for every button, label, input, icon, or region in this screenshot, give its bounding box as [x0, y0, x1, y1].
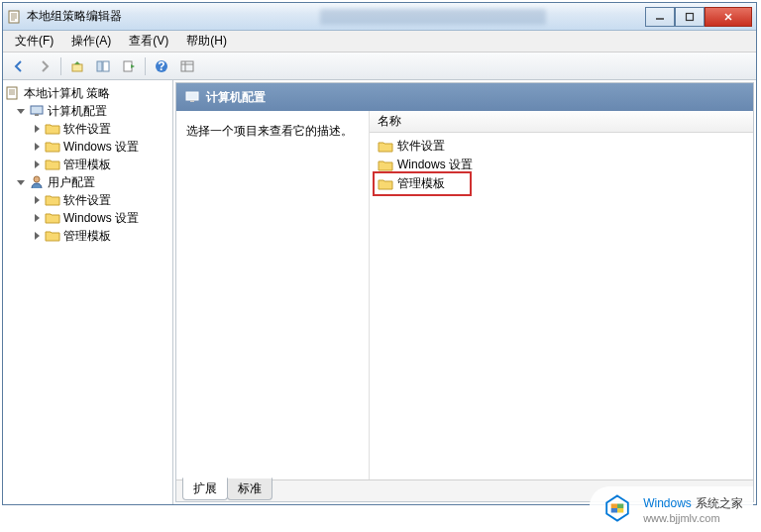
body-area: 本地计算机 策略 计算机配置 软件设置 Windows 设置 — [3, 80, 756, 504]
menubar: 文件(F) 操作(A) 查看(V) 帮助(H) — [3, 31, 756, 53]
svg-rect-2 — [687, 13, 694, 20]
svg-rect-5 — [103, 61, 109, 71]
svg-rect-18 — [611, 504, 617, 509]
toolbar-separator — [145, 57, 146, 75]
list-item-templates[interactable]: 管理模板 — [376, 174, 469, 193]
folder-icon — [378, 159, 393, 172]
svg-rect-21 — [617, 508, 623, 513]
collapse-icon[interactable] — [15, 105, 27, 117]
tree-root[interactable]: 本地计算机 策略 — [5, 84, 170, 102]
list-item-label: 软件设置 — [397, 138, 445, 155]
tree-label: 管理模板 — [63, 228, 111, 245]
folder-icon — [45, 158, 60, 171]
svg-rect-17 — [190, 100, 194, 102]
computer-icon — [29, 103, 45, 119]
watermark: Windows 系统之家 www.bjjmlv.com — [590, 486, 753, 530]
description-pane: 选择一个项目来查看它的描述。 — [176, 111, 370, 479]
expand-icon[interactable] — [31, 123, 43, 135]
app-window: 本地组策略编辑器 文件(F) 操作(A) 查看(V) 帮助(H) ? 本地计算机… — [2, 2, 757, 505]
tree-windows-settings-user[interactable]: Windows 设置 — [5, 209, 170, 227]
watermark-url: www.bjjmlv.com — [643, 512, 743, 524]
svg-rect-6 — [124, 61, 132, 71]
folder-icon — [45, 211, 60, 225]
description-prompt: 选择一个项目来查看它的描述。 — [186, 123, 359, 140]
tree-label: 管理模板 — [63, 157, 111, 173]
svg-text:?: ? — [158, 59, 164, 73]
filter-button[interactable] — [175, 55, 199, 77]
tree-software-settings[interactable]: 软件设置 — [5, 120, 170, 138]
column-header-name[interactable]: 名称 — [370, 111, 753, 133]
up-button[interactable] — [65, 55, 89, 77]
svg-rect-4 — [97, 61, 102, 71]
maximize-button[interactable] — [675, 7, 705, 27]
detail-title: 计算机配置 — [206, 89, 266, 106]
folder-icon — [45, 122, 60, 136]
window-title: 本地组策略编辑器 — [27, 8, 122, 25]
tree-label: 软件设置 — [63, 192, 111, 209]
tab-standard[interactable]: 标准 — [227, 478, 272, 500]
tree-label: Windows 设置 — [63, 210, 139, 227]
user-icon — [29, 174, 45, 190]
show-hide-tree-button[interactable] — [91, 55, 115, 77]
collapse-icon[interactable] — [15, 176, 27, 188]
svg-rect-14 — [35, 114, 39, 116]
detail-panel: 计算机配置 选择一个项目来查看它的描述。 名称 软件设置 — [175, 82, 754, 502]
list-item-windows[interactable]: Windows 设置 — [376, 156, 747, 174]
toolbar: ? — [3, 53, 756, 80]
tree-computer-config[interactable]: 计算机配置 — [5, 102, 170, 120]
help-button[interactable]: ? — [150, 55, 173, 77]
expand-icon[interactable] — [31, 141, 43, 153]
tree-user-config[interactable]: 用户配置 — [5, 173, 170, 191]
menu-action[interactable]: 操作(A) — [63, 31, 119, 52]
menu-file[interactable]: 文件(F) — [7, 31, 61, 52]
forward-button[interactable] — [33, 55, 56, 77]
list-item-label: Windows 设置 — [397, 157, 473, 173]
computer-icon — [184, 89, 200, 105]
expand-icon[interactable] — [31, 212, 43, 224]
tree-admin-templates[interactable]: 管理模板 — [5, 156, 170, 173]
tree-label: Windows 设置 — [63, 139, 139, 156]
close-button[interactable] — [705, 7, 752, 27]
expand-icon[interactable] — [31, 194, 43, 206]
svg-rect-0 — [9, 11, 19, 23]
tree-label: 软件设置 — [63, 121, 111, 138]
menu-view[interactable]: 查看(V) — [121, 31, 176, 52]
minimize-button[interactable] — [645, 7, 675, 27]
folder-icon — [45, 229, 60, 243]
svg-rect-3 — [72, 64, 82, 71]
tree-windows-settings[interactable]: Windows 设置 — [5, 138, 170, 156]
policy-icon — [5, 85, 21, 101]
list-pane: 名称 软件设置 Windows 设置 管理模板 — [370, 111, 753, 479]
titlebar: 本地组策略编辑器 — [3, 3, 756, 31]
window-controls — [645, 7, 752, 27]
tab-extended[interactable]: 扩展 — [182, 478, 228, 500]
tree-label: 用户配置 — [48, 174, 95, 191]
tree-software-settings-user[interactable]: 软件设置 — [5, 191, 170, 209]
export-button[interactable] — [117, 55, 141, 77]
tree-admin-templates-user[interactable]: 管理模板 — [5, 227, 170, 245]
folder-icon — [45, 140, 60, 154]
svg-rect-13 — [31, 106, 43, 114]
svg-rect-20 — [611, 508, 617, 513]
back-button[interactable] — [7, 55, 31, 77]
svg-rect-19 — [617, 504, 623, 509]
watermark-text: Windows 系统之家 www.bjjmlv.com — [643, 493, 743, 524]
watermark-brand: Windows 系统之家 — [643, 493, 743, 512]
toolbar-separator — [60, 57, 61, 75]
svg-point-15 — [34, 176, 40, 182]
tree-label: 本地计算机 策略 — [24, 85, 110, 102]
tree-label: 计算机配置 — [48, 103, 107, 120]
menu-help[interactable]: 帮助(H) — [178, 31, 235, 52]
list-item-label: 管理模板 — [397, 175, 445, 192]
detail-header: 计算机配置 — [176, 83, 753, 111]
svg-rect-9 — [181, 61, 193, 71]
titlebar-blur — [320, 9, 546, 25]
list-area[interactable]: 软件设置 Windows 设置 管理模板 — [370, 133, 753, 479]
detail-body: 选择一个项目来查看它的描述。 名称 软件设置 Windows 设置 — [176, 111, 753, 479]
expand-icon[interactable] — [31, 230, 43, 242]
expand-icon[interactable] — [31, 159, 43, 170]
list-item-software[interactable]: 软件设置 — [376, 137, 747, 156]
svg-rect-12 — [7, 87, 17, 99]
tree-panel[interactable]: 本地计算机 策略 计算机配置 软件设置 Windows 设置 — [3, 80, 173, 504]
watermark-logo-icon — [599, 490, 635, 526]
